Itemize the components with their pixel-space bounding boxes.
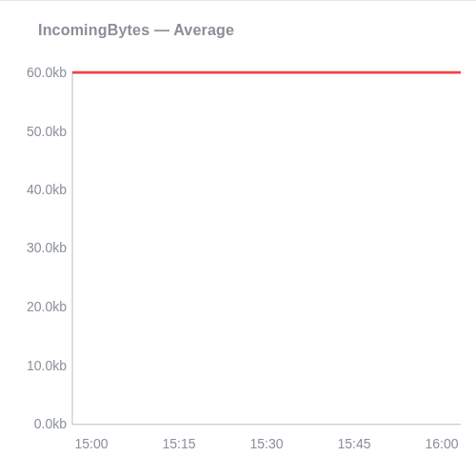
chart-area: 60.0kb 50.0kb 40.0kb 30.0kb 20.0kb 10.0k…: [15, 52, 461, 465]
y-tick-label: 60.0kb: [27, 65, 67, 80]
y-tick-20: 20.0kb: [27, 299, 67, 314]
y-tick-label: 20.0kb: [27, 299, 67, 314]
x-tick-label: 15:00: [75, 436, 109, 451]
y-tick-label: 10.0kb: [27, 357, 67, 372]
x-tick-1500: 15:00: [75, 436, 109, 451]
x-axis: 15:00 15:15 15:30 15:45 16:00: [72, 425, 461, 451]
line-chart: 60.0kb 50.0kb 40.0kb 30.0kb 20.0kb 10.0k…: [15, 52, 461, 465]
y-tick-60: 60.0kb: [27, 65, 67, 80]
y-tick-40: 40.0kb: [27, 182, 67, 197]
metric-panel: IncomingBytes — Average 60.0kb 50.0kb 40…: [0, 0, 476, 476]
y-tick-0: 0.0kb: [34, 416, 67, 431]
x-tick-1600: 16:00: [426, 436, 459, 451]
x-tick-label: 15:15: [163, 436, 196, 451]
x-tick-label: 16:00: [426, 436, 459, 451]
x-tick-1530: 15:30: [250, 436, 284, 451]
x-tick-label: 15:30: [250, 436, 284, 451]
y-tick-label: 0.0kb: [34, 416, 67, 431]
x-tick-1515: 15:15: [163, 436, 196, 451]
y-tick-label: 40.0kb: [27, 182, 67, 197]
x-tick-label: 15:45: [338, 436, 371, 451]
y-tick-30: 30.0kb: [27, 240, 67, 255]
y-tick-label: 30.0kb: [27, 240, 67, 255]
x-tick-1545: 15:45: [338, 436, 371, 451]
panel-title: IncomingBytes — Average: [38, 22, 234, 39]
y-tick-label: 50.0kb: [27, 123, 67, 138]
y-axis: 60.0kb 50.0kb 40.0kb 30.0kb 20.0kb 10.0k…: [27, 65, 72, 431]
panel-title-row: IncomingBytes — Average: [15, 16, 461, 52]
y-tick-10: 10.0kb: [27, 357, 67, 372]
y-tick-50: 50.0kb: [27, 123, 67, 138]
